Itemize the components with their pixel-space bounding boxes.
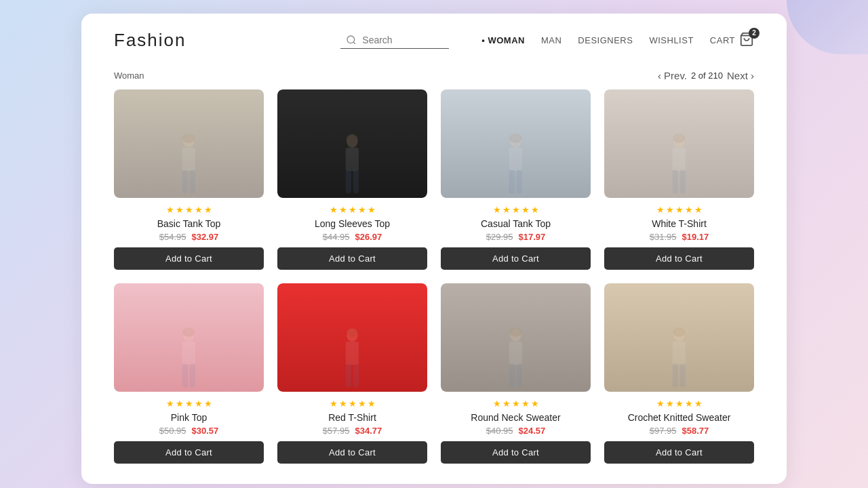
price-row: $31.95 $19.17 [650, 232, 709, 242]
original-price: $44.95 [323, 232, 350, 242]
product-name: White T-Shirt [652, 218, 707, 229]
add-to-cart-button[interactable]: Add to Cart [604, 247, 754, 270]
svg-line-1 [353, 42, 355, 44]
add-to-cart-button[interactable]: Add to Cart [441, 247, 591, 270]
star-icon: ★ [330, 205, 338, 215]
add-to-cart-button[interactable]: Add to Cart [277, 441, 427, 464]
star-icon: ★ [195, 399, 203, 409]
product-image [441, 89, 591, 198]
svg-point-24 [183, 327, 195, 337]
star-icon: ★ [675, 205, 684, 215]
product-name: Crochet Knitted Sweater [628, 412, 731, 423]
star-icon: ★ [656, 205, 665, 215]
svg-point-29 [347, 327, 359, 337]
svg-rect-37 [517, 364, 522, 387]
sale-price: $30.57 [192, 426, 219, 436]
star-icon: ★ [521, 205, 530, 215]
svg-point-19 [673, 134, 686, 143]
star-icon: ★ [493, 399, 501, 409]
star-icon: ★ [204, 205, 212, 215]
pagination: ‹ Prev. 2 of 210 Next › [658, 70, 754, 81]
price-row: $54.95 $32.97 [159, 232, 219, 242]
product-card-2: ★★★★★ Long Sleeves Top $44.95 $26.97 Add… [277, 89, 427, 270]
product-image [114, 283, 264, 392]
product-name: Casual Tank Top [481, 218, 551, 229]
sale-price: $32.97 [192, 232, 219, 242]
nav-wishlist[interactable]: WISHLIST [649, 35, 693, 45]
product-image [604, 89, 754, 198]
svg-rect-20 [673, 148, 686, 171]
product-card-3: ★★★★★ Casual Tank Top $29.95 $17.97 Add … [441, 89, 591, 270]
product-image [114, 89, 264, 198]
search-wrapper[interactable] [340, 32, 449, 49]
model-silhouette [144, 133, 234, 198]
product-name: Basic Tank Top [157, 218, 221, 229]
cart-badge: 2 [749, 28, 760, 39]
price-row: $97.95 $58.77 [650, 426, 709, 436]
add-to-cart-button[interactable]: Add to Cart [114, 441, 264, 464]
svg-rect-35 [509, 342, 522, 365]
star-icon: ★ [176, 205, 184, 215]
price-row: $29.95 $17.97 [486, 232, 546, 242]
svg-point-14 [510, 134, 522, 143]
add-to-cart-button[interactable]: Add to Cart [277, 247, 427, 270]
svg-rect-10 [346, 148, 359, 171]
stars: ★★★★★ [330, 399, 376, 409]
next-button[interactable]: Next › [727, 70, 754, 81]
product-grid: ★★★★★ Basic Tank Top $54.95 $32.97 Add t… [81, 89, 787, 464]
stars: ★★★★★ [493, 205, 539, 215]
star-icon: ★ [176, 399, 184, 409]
svg-rect-6 [182, 170, 188, 193]
star-icon: ★ [675, 399, 684, 409]
star-icon: ★ [512, 205, 520, 215]
product-card-1: ★★★★★ Basic Tank Top $54.95 $32.97 Add t… [114, 89, 264, 270]
sale-price: $26.97 [355, 232, 382, 242]
product-image [604, 283, 754, 392]
svg-rect-15 [509, 148, 522, 171]
product-card-7: ★★★★★ Round Neck Sweater $40.95 $24.57 A… [441, 283, 591, 464]
nav-man[interactable]: MAN [541, 35, 561, 45]
add-to-cart-button[interactable]: Add to Cart [114, 247, 264, 270]
svg-rect-31 [346, 364, 351, 387]
price-row: $40.95 $24.57 [486, 426, 546, 436]
svg-rect-22 [680, 170, 686, 193]
search-input[interactable] [362, 35, 443, 45]
nav-woman[interactable]: WOMAN [481, 35, 525, 45]
add-to-cart-button[interactable]: Add to Cart [441, 441, 591, 464]
original-price: $50.95 [159, 426, 186, 436]
nav-designers[interactable]: DESIGNERS [578, 35, 633, 45]
star-icon: ★ [666, 399, 674, 409]
product-image [277, 89, 427, 198]
price-row: $44.95 $26.97 [323, 232, 382, 242]
product-name: Red T-Shirt [328, 412, 376, 423]
svg-rect-36 [509, 364, 515, 387]
star-icon: ★ [531, 205, 539, 215]
star-icon: ★ [656, 399, 665, 409]
product-name: Pink Top [171, 412, 207, 423]
add-to-cart-button[interactable]: Add to Cart [604, 441, 754, 464]
star-icon: ★ [185, 399, 193, 409]
cart-button[interactable]: CART 2 [710, 32, 754, 49]
svg-rect-21 [673, 170, 678, 193]
main-container: Fashion WOMAN MAN DESIGNERS WISHLIST CAR… [81, 14, 787, 484]
svg-point-34 [510, 327, 522, 337]
prev-button[interactable]: ‹ Prev. [658, 70, 687, 81]
svg-point-9 [347, 134, 359, 143]
original-price: $29.95 [486, 232, 513, 242]
stars: ★★★★★ [656, 399, 703, 409]
sale-price: $34.77 [355, 426, 382, 436]
product-card-8: ★★★★★ Crochet Knitted Sweater $97.95 $58… [604, 283, 754, 464]
original-price: $57.95 [323, 426, 350, 436]
star-icon: ★ [521, 399, 530, 409]
search-icon [346, 35, 357, 45]
svg-rect-42 [680, 364, 686, 387]
cart-icon-wrapper: 2 [739, 32, 754, 49]
sale-price: $58.77 [682, 426, 709, 436]
svg-point-39 [673, 327, 686, 337]
stars: ★★★★★ [493, 399, 539, 409]
star-icon: ★ [368, 399, 376, 409]
star-icon: ★ [358, 399, 366, 409]
star-icon: ★ [204, 399, 212, 409]
star-icon: ★ [185, 205, 193, 215]
svg-rect-5 [182, 148, 195, 171]
